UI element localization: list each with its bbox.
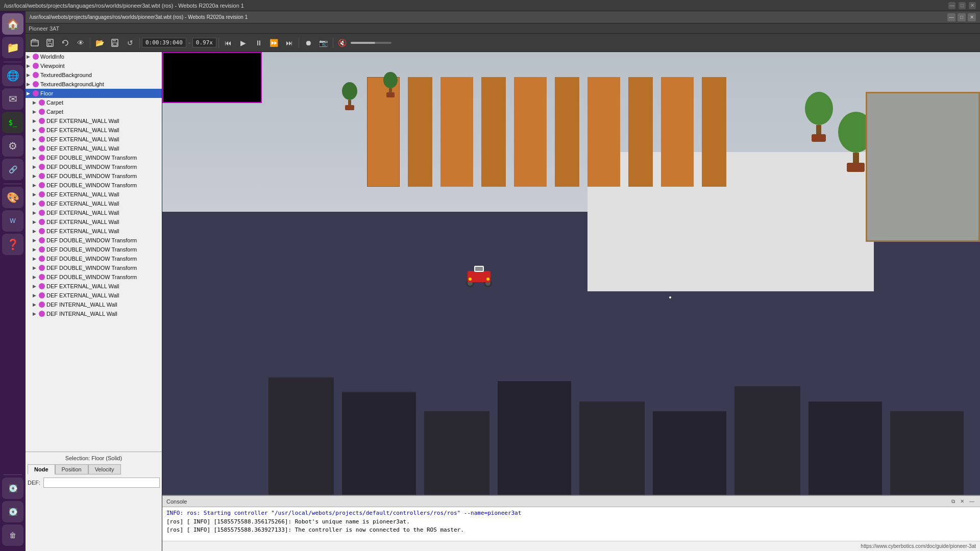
tree-arrow: ▶ <box>33 256 39 261</box>
tree-arrow: ▶ <box>33 201 39 206</box>
sidebar-icon-files[interactable]: 📁 <box>2 37 23 58</box>
console-close-btn[interactable]: ✕ <box>959 498 966 505</box>
sidebar-icon-browser[interactable]: 🌐 <box>2 65 23 86</box>
pause-button[interactable]: ⏸ <box>252 36 266 50</box>
tree-item-dblwin5[interactable]: ▶ DEF DOUBLE_WINDOW Transform <box>26 236 162 245</box>
tree-item-viewpoint[interactable]: ▶ Viewpoint <box>26 61 162 70</box>
tree-item-dblwin4[interactable]: ▶ DEF DOUBLE_WINDOW Transform <box>26 181 162 190</box>
fast-forward-button[interactable]: ⏭ <box>282 36 297 50</box>
tree-item-floor[interactable]: ▶ Floor <box>26 89 162 98</box>
console-line-1: INFO: ros: Starting controller "/usr/loc… <box>166 509 976 518</box>
sidebar-icon-home[interactable]: 🏠 <box>2 13 23 35</box>
tree-item-worldinfo[interactable]: ▶ WorldInfo <box>26 52 162 61</box>
tree-label: DEF DOUBLE_WINDOW Transform <box>46 265 137 271</box>
def-input[interactable] <box>43 478 160 488</box>
window-title: /usr/local/webots/projects/languages/ros… <box>4 3 948 9</box>
tree-item-dblwin9[interactable]: ▶ DEF DOUBLE_WINDOW Transform <box>26 272 162 282</box>
tree-item-extwall4[interactable]: ▶ DEF EXTERNAL_WALL Wall <box>26 144 162 153</box>
svg-rect-6 <box>113 43 117 45</box>
tree-item-extwall3[interactable]: ▶ DEF EXTERNAL_WALL Wall <box>26 135 162 144</box>
tree-item-carpet2[interactable]: ▶ Carpet <box>26 107 162 116</box>
properties-tabs: Node Position Velocity <box>28 464 160 474</box>
tree-item-dblwin7[interactable]: ▶ DEF DOUBLE_WINDOW Transform <box>26 254 162 263</box>
console-minimize-btn[interactable]: — <box>968 498 976 505</box>
scene-tree[interactable]: ▶ WorldInfo ▶ Viewpoint ▶ TexturedBackgr… <box>26 52 162 452</box>
webots-maximize[interactable]: □ <box>958 13 966 21</box>
sidebar-icon-colors[interactable]: 🎨 <box>2 187 23 208</box>
tree-item-extwall9[interactable]: ▶ DEF EXTERNAL_WALL Wall <box>26 227 162 236</box>
3d-scene[interactable] <box>162 52 980 551</box>
toolbar-save-file[interactable] <box>108 36 122 50</box>
tree-item-texturedbg[interactable]: ▶ TexturedBackground <box>26 70 162 80</box>
tree-item-dblwin2[interactable]: ▶ DEF DOUBLE_WINDOW Transform <box>26 162 162 171</box>
volume-button[interactable]: 🔇 <box>335 36 350 50</box>
tree-item-dblwin8[interactable]: ▶ DEF DOUBLE_WINDOW Transform <box>26 263 162 272</box>
sidebar-icon-settings[interactable]: ⚙ <box>2 135 23 157</box>
3d-viewport[interactable]: Console ⧉ ✕ — INFO: ros: Starting contro… <box>162 52 980 551</box>
play-button[interactable]: ▶ <box>236 36 251 50</box>
brown-box-3 <box>440 77 473 187</box>
sidebar-icon-network[interactable]: 🔗 <box>2 159 23 180</box>
tab-velocity[interactable]: Velocity <box>88 464 121 474</box>
tree-item-extwall6[interactable]: ▶ DEF EXTERNAL_WALL Wall <box>26 199 162 208</box>
sidebar-separator-2 <box>4 184 22 184</box>
record-button[interactable]: ⏺ <box>301 36 315 50</box>
webots-close[interactable]: ✕ <box>968 13 976 21</box>
step-forward-button[interactable]: ⏩ <box>267 36 281 50</box>
tree-item-extwall10[interactable]: ▶ DEF EXTERNAL_WALL Wall <box>26 282 162 291</box>
tree-label: WorldInfo <box>40 54 64 60</box>
toolbar-open-world[interactable] <box>28 36 42 50</box>
toolbar-reload[interactable] <box>58 36 72 50</box>
sidebar-icon-trash[interactable]: 🗑 <box>2 524 23 546</box>
tab-node[interactable]: Node <box>28 464 55 474</box>
tree-top-2 <box>383 72 398 88</box>
props-content <box>28 488 160 549</box>
tree-item-extwall1[interactable]: ▶ DEF EXTERNAL_WALL Wall <box>26 116 162 126</box>
console-copy-btn[interactable]: ⧉ <box>950 498 957 505</box>
close-button[interactable]: ✕ <box>969 2 976 9</box>
tree-item-extwall7[interactable]: ▶ DEF EXTERNAL_WALL Wall <box>26 208 162 217</box>
svg-rect-5 <box>113 39 116 41</box>
screenshot-button[interactable]: 📷 <box>316 36 331 50</box>
tree-item-texturedbglight[interactable]: ▶ TexturedBackgroundLight <box>26 80 162 89</box>
toolbar-revert[interactable]: ↺ <box>123 36 137 50</box>
toolbar-view[interactable]: 👁 <box>74 36 88 50</box>
step-back-button[interactable]: ⏮ <box>221 36 235 50</box>
tree-arrow: ▶ <box>27 63 33 68</box>
volume-slider[interactable] <box>351 42 391 44</box>
tree-label: DEF EXTERNAL_WALL Wall <box>46 118 119 124</box>
tree-item-extwall2[interactable]: ▶ DEF EXTERNAL_WALL Wall <box>26 126 162 135</box>
maximize-button[interactable]: □ <box>959 2 966 9</box>
tree-item-dblwin3[interactable]: ▶ DEF DOUBLE_WINDOW Transform <box>26 171 162 181</box>
tree-arrow: ▶ <box>33 100 39 105</box>
tree-label: DEF EXTERNAL_WALL Wall <box>46 219 119 225</box>
tree-label: DEF DOUBLE_WINDOW Transform <box>46 246 137 253</box>
tree-item-extwall5[interactable]: ▶ DEF EXTERNAL_WALL Wall <box>26 190 162 199</box>
minimize-button[interactable]: — <box>948 2 955 9</box>
sidebar-icon-storage[interactable]: 💽 <box>2 478 23 499</box>
tree-icon <box>33 81 39 87</box>
console-controls: ⧉ ✕ — <box>950 498 976 505</box>
tree-item-extwall8[interactable]: ▶ DEF EXTERNAL_WALL Wall <box>26 217 162 227</box>
tree-item-intwall2[interactable]: ▶ DEF INTERNAL_WALL Wall <box>26 309 162 318</box>
tree-pot-r1 <box>847 163 865 172</box>
tree-trunk-r1 <box>853 153 859 163</box>
robot-pioneer3at <box>465 262 493 287</box>
sidebar-icon-terminal[interactable]: $_ <box>2 112 23 133</box>
brown-box-5 <box>514 77 547 187</box>
tree-item-dblwin6[interactable]: ▶ DEF DOUBLE_WINDOW Transform <box>26 245 162 254</box>
tree-item-intwall1[interactable]: ▶ DEF INTERNAL_WALL Wall <box>26 300 162 309</box>
sidebar-icon-storage2[interactable]: 💽 <box>2 501 23 522</box>
tree-trunk-1 <box>348 100 351 105</box>
tab-position[interactable]: Position <box>55 464 88 474</box>
tree-item-extwall11[interactable]: ▶ DEF EXTERNAL_WALL Wall <box>26 291 162 300</box>
sidebar-icon-help[interactable]: ❓ <box>2 234 23 255</box>
webots-titlebar: /usr/local/webots/projects/languages/ros… <box>26 11 980 23</box>
tree-item-carpet1[interactable]: ▶ Carpet <box>26 98 162 107</box>
toolbar-save-world[interactable] <box>43 36 57 50</box>
webots-minimize[interactable]: — <box>947 13 955 21</box>
tree-item-dblwin1[interactable]: ▶ DEF DOUBLE_WINDOW Transform <box>26 153 162 162</box>
sidebar-icon-webots[interactable]: W <box>2 210 23 232</box>
sidebar-icon-mail[interactable]: ✉ <box>2 88 23 110</box>
toolbar-open-file[interactable]: 📂 <box>92 36 107 50</box>
